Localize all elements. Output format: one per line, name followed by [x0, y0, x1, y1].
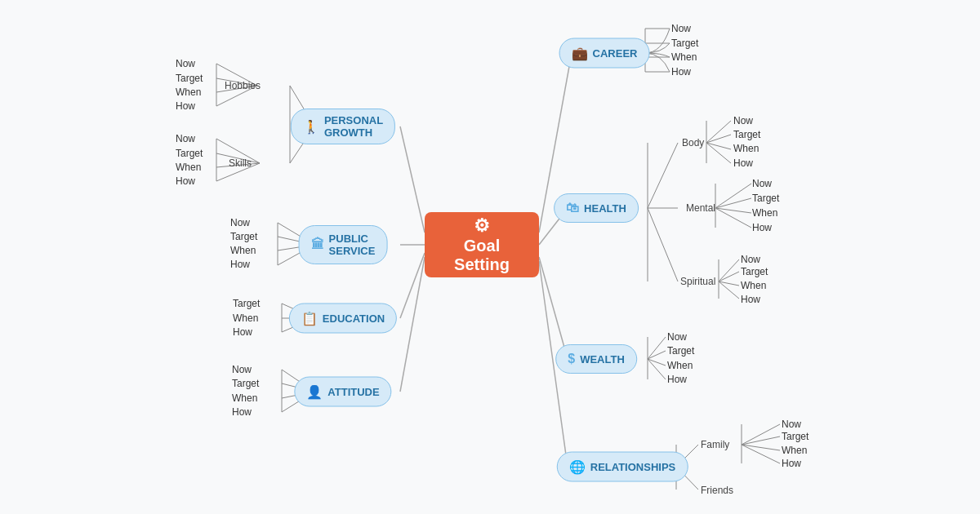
wealth-icon: $	[568, 352, 575, 366]
edu-leaf-how: How	[233, 326, 252, 338]
svg-line-42	[742, 445, 780, 450]
att-leaf-how: How	[232, 406, 252, 418]
svg-line-27	[719, 259, 739, 281]
skills-leaf-when: When	[176, 162, 201, 173]
wealth-branch: $ WEALTH	[555, 344, 637, 374]
body-leaf-how: How	[733, 157, 753, 169]
career-label: CAREER	[593, 47, 638, 60]
mental-leaf-target: Target	[752, 193, 779, 204]
spiritual-leaf-now: Now	[741, 254, 760, 265]
svg-line-23	[715, 198, 751, 208]
attitude-branch: 👤 ATTITUDE	[294, 377, 391, 407]
svg-line-35	[648, 359, 666, 379]
personal-growth-branch: 🚶 PERSONALGROWTH	[291, 109, 395, 144]
family-leaf-when: When	[782, 445, 807, 456]
hobbies-leaf-when: When	[176, 86, 201, 98]
center-node: ⚙ Goal Setting	[425, 212, 539, 277]
svg-line-41	[742, 436, 780, 445]
svg-line-15	[648, 208, 678, 281]
personal-growth-skills: Skills	[229, 157, 252, 169]
attitude-label: ATTITUDE	[327, 386, 379, 398]
public-service-branch: 🏛 PUBLICSERVICE	[299, 225, 388, 264]
health-mental: Mental	[686, 202, 715, 214]
svg-line-6	[400, 253, 425, 318]
relationships-branch: 🌐 RELATIONSHIPS	[557, 452, 688, 482]
career-branch: 💼 CAREER	[559, 38, 650, 69]
career-icon: 💼	[572, 46, 588, 61]
svg-line-29	[719, 281, 739, 286]
public-service-icon: 🏛	[311, 237, 324, 252]
personal-growth-label: PERSONALGROWTH	[324, 114, 383, 139]
svg-line-24	[715, 208, 751, 213]
health-spiritual: Spiritual	[680, 276, 715, 287]
family-leaf-how: How	[782, 458, 801, 469]
wealth-leaf-target: Target	[667, 345, 694, 357]
svg-line-22	[715, 184, 751, 208]
career-leaf-how: How	[671, 66, 691, 78]
education-label: EDUCATION	[323, 312, 385, 325]
education-branch: 📋 EDUCATION	[289, 304, 397, 334]
svg-line-40	[742, 424, 780, 445]
relationships-family: Family	[701, 439, 729, 450]
mental-leaf-how: How	[752, 222, 772, 233]
att-leaf-now: Now	[232, 364, 252, 375]
center-label: Goal Setting	[444, 237, 519, 274]
svg-line-20	[706, 143, 731, 163]
mental-leaf-when: When	[752, 207, 777, 219]
relationships-friends: Friends	[701, 485, 733, 496]
wealth-leaf-now: Now	[667, 331, 687, 343]
health-icon: 🛍	[566, 201, 579, 215]
skills-leaf-target: Target	[176, 148, 203, 159]
health-body: Body	[682, 137, 704, 148]
career-leaf-when: When	[671, 51, 697, 63]
att-leaf-when: When	[232, 392, 257, 404]
attitude-icon: 👤	[306, 384, 323, 400]
education-icon: 📋	[301, 311, 318, 326]
svg-line-28	[719, 272, 739, 281]
edu-leaf-target: Target	[233, 298, 260, 309]
spiritual-leaf-how: How	[741, 294, 760, 305]
body-leaf-when: When	[733, 143, 759, 154]
health-label: HEALTH	[584, 202, 626, 215]
skills-leaf-how: How	[176, 175, 195, 187]
health-branch: 🛍 HEALTH	[554, 193, 639, 223]
svg-line-33	[648, 351, 666, 359]
personal-growth-icon: 🚶	[303, 119, 319, 135]
svg-line-7	[400, 257, 425, 392]
ps-leaf-when: When	[230, 245, 256, 256]
wealth-label: WEALTH	[580, 353, 625, 366]
hobbies-leaf-target: Target	[176, 73, 203, 84]
skills-leaf-now: Now	[176, 133, 195, 144]
body-leaf-now: Now	[733, 115, 753, 126]
ps-leaf-now: Now	[230, 217, 250, 228]
family-leaf-target: Target	[782, 431, 808, 442]
ps-leaf-how: How	[230, 259, 250, 270]
svg-line-19	[706, 143, 731, 149]
svg-line-34	[648, 359, 666, 366]
public-service-label: PUBLICSERVICE	[329, 233, 376, 257]
personal-growth-hobbies: Hobbies	[225, 80, 261, 91]
body-leaf-target: Target	[733, 129, 760, 140]
wealth-leaf-how: How	[667, 374, 687, 385]
mental-leaf-now: Now	[752, 178, 772, 189]
wealth-leaf-when: When	[667, 360, 693, 371]
svg-line-18	[706, 135, 731, 143]
spiritual-leaf-target: Target	[741, 266, 768, 277]
svg-line-4	[400, 126, 425, 233]
svg-line-43	[742, 445, 780, 463]
att-leaf-target: Target	[232, 378, 259, 389]
svg-line-30	[719, 281, 739, 299]
svg-line-32	[648, 337, 666, 359]
edu-leaf-when: When	[233, 312, 258, 324]
family-leaf-now: Now	[782, 419, 801, 430]
spiritual-leaf-when: When	[741, 280, 766, 291]
ps-leaf-target: Target	[230, 231, 257, 242]
career-leaf-now: Now	[671, 23, 691, 34]
svg-line-25	[715, 208, 751, 228]
career-leaf-target: Target	[671, 38, 698, 49]
svg-line-13	[648, 143, 678, 208]
hobbies-leaf-now: Now	[176, 58, 195, 69]
svg-line-17	[706, 121, 731, 143]
relationships-icon: 🌐	[569, 459, 586, 475]
relationships-label: RELATIONSHIPS	[590, 461, 676, 473]
